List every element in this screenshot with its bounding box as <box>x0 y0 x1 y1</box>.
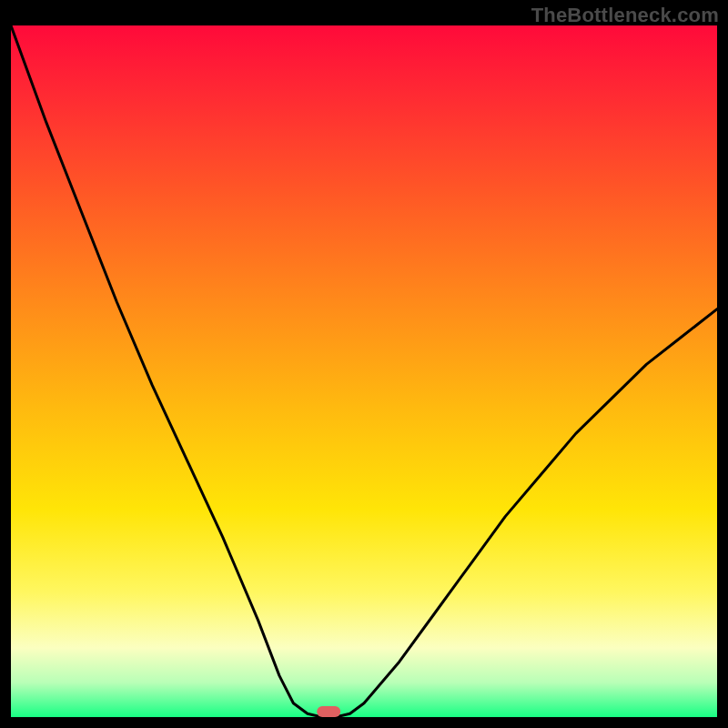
plot-svg <box>11 25 717 717</box>
chart-frame: TheBottleneck.com <box>0 0 728 728</box>
sweet-spot-marker <box>317 706 340 717</box>
bottleneck-plot <box>11 25 717 717</box>
watermark-label: TheBottleneck.com <box>531 4 719 27</box>
plot-background <box>11 25 717 717</box>
